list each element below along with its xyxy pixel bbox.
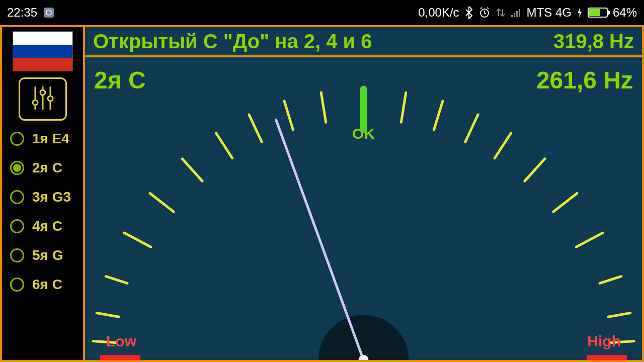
svg-rect-0 <box>44 8 54 18</box>
svg-rect-4 <box>514 13 515 17</box>
svg-line-35 <box>276 120 364 360</box>
bluetooth-icon <box>464 6 473 19</box>
carrier-label: MTS 4G <box>527 6 572 20</box>
svg-point-34 <box>318 315 409 360</box>
radio-icon <box>10 278 24 292</box>
string-item-4[interactable]: 4я C <box>10 218 83 234</box>
svg-line-16 <box>124 233 151 247</box>
svg-rect-5 <box>516 11 518 17</box>
language-flag[interactable] <box>13 31 73 71</box>
low-indicator <box>100 355 140 360</box>
svg-line-22 <box>321 93 326 122</box>
svg-line-24 <box>401 93 406 122</box>
svg-line-15 <box>106 277 127 284</box>
signal-icon <box>511 8 522 18</box>
net-speed: 0,00K/c <box>418 6 459 20</box>
gauge-area: 2я C 261,6 Hz OK Low High <box>85 57 642 360</box>
string-label: 5я G <box>32 247 63 263</box>
string-item-5[interactable]: 5я G <box>10 247 83 263</box>
svg-point-12 <box>48 96 53 101</box>
sliders-icon <box>28 83 57 115</box>
svg-line-18 <box>182 159 202 181</box>
settings-button[interactable] <box>19 77 67 121</box>
high-label: High <box>587 333 621 350</box>
string-list: 1я E42я C3я G34я C5я G6я C <box>2 131 83 293</box>
low-label: Low <box>106 333 136 350</box>
tuning-name: Открытый C "До" на 2, 4 и 6 <box>93 30 372 53</box>
svg-rect-3 <box>511 15 513 17</box>
battery-icon <box>588 8 608 18</box>
string-label: 4я C <box>32 218 62 234</box>
string-item-6[interactable]: 6я C <box>10 277 83 293</box>
svg-line-17 <box>150 193 174 212</box>
svg-point-8 <box>33 100 38 105</box>
svg-line-19 <box>216 133 232 158</box>
svg-line-30 <box>576 233 603 247</box>
radio-icon <box>10 190 24 204</box>
svg-line-26 <box>465 115 478 142</box>
detected-frequency: 319,8 Hz <box>553 30 634 53</box>
radio-icon <box>10 161 24 175</box>
battery-percent: 64% <box>613 6 637 20</box>
radio-icon <box>10 132 24 146</box>
svg-line-29 <box>553 193 577 212</box>
svg-line-28 <box>525 159 545 181</box>
charging-icon <box>577 7 583 18</box>
string-item-2[interactable]: 2я C <box>10 160 83 176</box>
main-panel: Открытый C "До" на 2, 4 и 6 319,8 Hz 2я … <box>85 27 642 360</box>
app-indicator-icon <box>43 7 54 18</box>
svg-line-14 <box>97 313 119 317</box>
string-label: 2я C <box>32 160 62 176</box>
high-indicator <box>587 355 627 360</box>
string-item-3[interactable]: 3я G3 <box>10 189 83 205</box>
svg-line-25 <box>434 101 442 130</box>
sidebar: 1я E42я C3я G34я C5я G6я C <box>2 27 85 360</box>
gauge-meter <box>85 57 642 360</box>
android-status-bar: 22:35 0,00K/c MTS 4G 64% <box>0 0 644 25</box>
string-label: 6я C <box>32 277 62 293</box>
tuner-app: 1я E42я C3я G34я C5я G6я C Открытый C "Д… <box>0 25 644 362</box>
svg-line-21 <box>284 101 293 130</box>
alarm-icon <box>478 7 491 19</box>
string-label: 1я E4 <box>32 131 69 147</box>
svg-point-10 <box>40 90 45 95</box>
svg-line-27 <box>495 133 511 158</box>
svg-rect-6 <box>519 9 520 17</box>
title-bar: Открытый C "До" на 2, 4 и 6 319,8 Hz <box>85 27 642 57</box>
radio-icon <box>10 248 24 262</box>
status-time: 22:35 <box>7 6 37 20</box>
svg-line-32 <box>608 313 630 317</box>
data-arrows-icon <box>496 7 506 18</box>
radio-icon <box>10 219 24 233</box>
string-item-1[interactable]: 1я E4 <box>10 131 83 147</box>
svg-line-20 <box>249 115 262 142</box>
svg-line-31 <box>600 277 621 284</box>
string-label: 3я G3 <box>32 189 71 205</box>
